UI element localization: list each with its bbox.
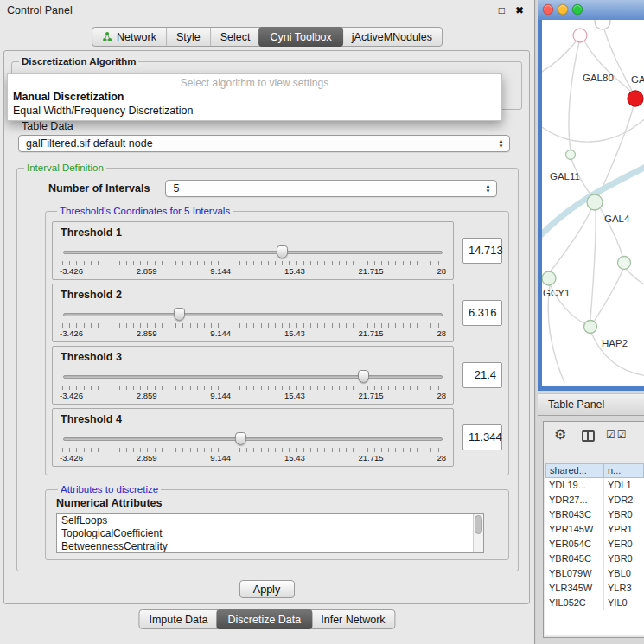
scale-label: 9.144 <box>210 266 231 276</box>
table-row[interactable]: YER054CYER0 <box>545 537 644 552</box>
table-row[interactable]: YPR145WYPR1 <box>545 522 644 537</box>
control-panel-title: Control Panel <box>7 4 73 16</box>
network-node[interactable] <box>618 257 631 270</box>
mac-minimize-button[interactable] <box>558 4 568 15</box>
table-data-value: galFiltered.sif default node <box>26 137 153 150</box>
slider-thumb[interactable] <box>358 370 369 383</box>
number-of-intervals-combobox[interactable]: 5 ▲ ▼ <box>165 180 497 197</box>
table-cell: YBR043C <box>545 507 604 522</box>
threshold-slider[interactable] <box>61 307 444 322</box>
tab-infer-network[interactable]: Infer Network <box>311 610 394 628</box>
table-cell: YBR0 <box>604 552 644 566</box>
algorithm-dropdown-popup: Select algorithm to view settings Manual… <box>7 73 502 121</box>
tab-jactivemnodules[interactable]: jActiveMNodules <box>342 28 442 46</box>
table-cell: YER0 <box>604 537 644 552</box>
control-panel-window: Control Panel □ ✖ Network Style Select <box>0 0 535 644</box>
network-window: GAL80 GA GAL11 GAL4 GCY1 HAP2 <box>538 0 644 391</box>
table-cell: YER054C <box>545 537 604 552</box>
threshold-value-field[interactable]: 11.344 <box>462 424 502 450</box>
tab-cyni-toolbox[interactable]: Cyni Toolbox <box>258 27 342 47</box>
attribute-list-item[interactable]: BetweennessCentrality <box>57 540 483 553</box>
table-row[interactable]: YIL052CYIL0 <box>545 596 644 610</box>
column-header-name[interactable]: n... <box>604 463 644 478</box>
threshold-value-field[interactable]: 21.4 <box>462 362 502 388</box>
network-window-titlebar[interactable] <box>538 0 644 20</box>
slider-track[interactable] <box>63 375 443 379</box>
mac-close-button[interactable] <box>543 4 553 15</box>
network-node[interactable] <box>566 150 576 160</box>
table-toolbar: ⚙ ☑☑ <box>544 422 644 463</box>
network-node[interactable] <box>587 194 603 210</box>
number-of-intervals-label: Number of Intervals <box>48 182 150 194</box>
numerical-attributes-list[interactable]: SelfLoopsTopologicalCoefficientBetweenne… <box>56 513 484 553</box>
slider-thumb[interactable] <box>277 245 288 258</box>
tab-label: jActiveMNodules <box>352 31 432 43</box>
combo-stepper-icon[interactable]: ▲ ▼ <box>494 137 507 150</box>
scale-label: 21.715 <box>359 266 384 276</box>
table-header-row: shared... n... <box>545 463 644 478</box>
apply-button[interactable]: Apply <box>239 580 295 598</box>
close-icon[interactable]: ✖ <box>515 0 524 21</box>
attributes-group-title: Attributes to discretize <box>58 484 161 494</box>
threshold-row: Threshold 2 -3.4262.8599.14415.4321.7152… <box>52 284 502 342</box>
numerical-attributes-label: Numerical Attributes <box>56 497 503 509</box>
threshold-value-field[interactable]: 14.713 <box>462 238 502 264</box>
threshold-label: Threshold 3 <box>61 351 446 363</box>
attribute-list-item[interactable]: SelfLoops <box>57 514 483 527</box>
tab-style[interactable]: Style <box>166 28 210 46</box>
table-cell: YDL1 <box>604 478 644 493</box>
threshold-slider[interactable] <box>61 431 444 446</box>
tab-impute-data[interactable]: Impute Data <box>139 610 217 628</box>
algorithm-option[interactable]: Equal Width/Frequency Discretization <box>8 104 501 118</box>
column-header-shared-name[interactable]: shared... <box>545 463 604 478</box>
scale-label: -3.426 <box>60 266 83 276</box>
table-row[interactable]: YDL19...YDL1 <box>545 478 644 493</box>
scale-label: 28 <box>437 266 446 276</box>
scale-label: 15.43 <box>284 391 305 400</box>
slider-track[interactable] <box>63 313 443 316</box>
network-node[interactable] <box>573 29 587 42</box>
table-row[interactable]: YBR045CYBR0 <box>545 552 644 566</box>
thresholds-group-title: Threshold's Coordinates for 5 Intervals <box>57 206 233 216</box>
table-row[interactable]: YLR345WYLR3 <box>545 581 644 596</box>
float-window-icon[interactable]: □ <box>499 0 505 21</box>
slider-scale: -3.4262.8599.14415.4321.71528 <box>60 266 446 276</box>
list-scrollbar[interactable] <box>473 514 483 552</box>
table-row[interactable]: YBL079WYBL0 <box>545 566 644 581</box>
threshold-slider[interactable] <box>61 369 444 384</box>
table-row[interactable]: YDR27...YDR2 <box>545 493 644 507</box>
list-scrollbar-thumb[interactable] <box>475 515 482 534</box>
threshold-slider[interactable] <box>61 245 444 259</box>
mac-zoom-button[interactable] <box>572 4 583 15</box>
network-tab-icon <box>102 32 112 42</box>
network-node[interactable] <box>595 20 610 29</box>
slider-track[interactable] <box>63 251 443 254</box>
network-node-selected[interactable] <box>628 91 643 106</box>
table-cell: YBR045C <box>545 552 604 566</box>
table-row[interactable]: YBR043CYBR0 <box>545 507 644 522</box>
tab-discretize-data[interactable]: Discretize Data <box>217 609 313 629</box>
number-of-intervals-value: 5 <box>173 182 179 194</box>
slider-track[interactable] <box>63 437 443 441</box>
slider-ticks <box>62 261 443 265</box>
threshold-row: Threshold 3 -3.4262.8599.14415.4321.7152… <box>52 346 502 405</box>
number-of-intervals-row: Number of Intervals 5 ▲ ▼ <box>48 180 497 197</box>
columns-icon[interactable] <box>582 430 595 442</box>
threshold-value-field[interactable]: 6.316 <box>462 300 502 326</box>
gear-icon[interactable]: ⚙ <box>554 426 566 443</box>
network-node[interactable] <box>584 321 597 334</box>
scale-label: -3.426 <box>60 453 83 462</box>
tab-select[interactable]: Select <box>210 28 260 46</box>
checkbox-icons[interactable]: ☑☑ <box>606 429 628 441</box>
combo-stepper-icon[interactable]: ▲ ▼ <box>481 182 494 195</box>
tab-network[interactable]: Network <box>92 28 166 46</box>
slider-thumb[interactable] <box>174 308 185 321</box>
attribute-list-item[interactable]: TopologicalCoefficient <box>57 527 483 540</box>
slider-ticks <box>62 448 443 452</box>
network-node[interactable] <box>542 271 556 285</box>
slider-thumb[interactable] <box>235 432 246 445</box>
algorithm-option[interactable]: Manual Discretization <box>8 90 501 104</box>
table-rows: YDL19...YDL1YDR27...YDR2YBR043CYBR0YPR14… <box>545 478 644 610</box>
network-canvas[interactable]: GAL80 GA GAL11 GAL4 GCY1 HAP2 <box>542 20 644 386</box>
table-data-combobox[interactable]: galFiltered.sif default node ▲ ▼ <box>18 135 510 152</box>
